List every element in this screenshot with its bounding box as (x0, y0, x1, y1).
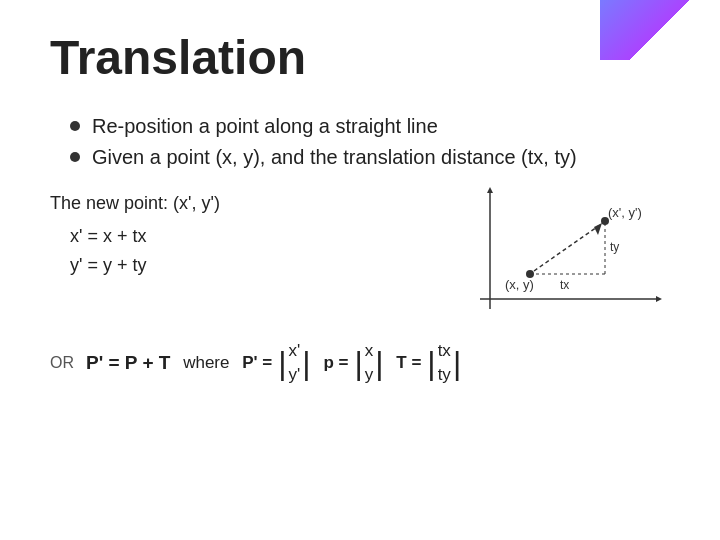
new-point-label: The new point: (x', y') (50, 189, 430, 218)
bullet-text-2: Given a point (x, y), and the translatio… (92, 146, 577, 169)
t-label: T = (396, 353, 421, 373)
bullet-dot-2 (70, 152, 80, 162)
svg-text:(x, y): (x, y) (505, 277, 534, 292)
svg-text:ty: ty (610, 240, 619, 254)
equation-2: y' = y + ty (70, 251, 430, 280)
bracket-left-3: | (427, 347, 435, 379)
content-area: The new point: (x', y') x' = x + tx y' =… (50, 189, 670, 319)
bullet-dot-1 (70, 121, 80, 131)
bracket-left-2: | (354, 347, 362, 379)
p-prime-col: x' y' (289, 339, 301, 387)
where-label: where (183, 353, 229, 373)
formula-lhs: P' = P + T (86, 352, 170, 374)
corner-decoration (600, 0, 720, 60)
p-col: x y (365, 339, 374, 387)
text-section: The new point: (x', y') x' = x + tx y' =… (50, 189, 430, 279)
diagram-svg: (x, y) (x', y') tx ty (450, 179, 670, 319)
bracket-right-3: | (453, 347, 461, 379)
t-bot: ty (438, 363, 451, 387)
svg-text:(x', y'): (x', y') (608, 205, 642, 220)
p-prime-matrix: | x' y' | (278, 339, 310, 387)
p-matrix: | x y | (354, 339, 383, 387)
p-label: p = (323, 353, 348, 373)
bracket-right-1: | (302, 347, 310, 379)
p-top: x (365, 339, 374, 363)
svg-text:tx: tx (560, 278, 569, 292)
p-prime-label: P' = (242, 353, 272, 373)
svg-marker-1 (487, 187, 493, 193)
bracket-left-1: | (278, 347, 286, 379)
bullet-list: Re-position a point along a straight lin… (70, 115, 670, 169)
p-bot: y (365, 363, 374, 387)
page-title: Translation (50, 30, 670, 85)
bullet-item-2: Given a point (x, y), and the translatio… (70, 146, 670, 169)
p-prime-bot: y' (289, 363, 301, 387)
bracket-right-2: | (375, 347, 383, 379)
svg-marker-3 (656, 296, 662, 302)
t-top: tx (438, 339, 451, 363)
or-label: OR (50, 354, 74, 372)
diagram: (x, y) (x', y') tx ty (450, 179, 670, 319)
bullet-text-1: Re-position a point along a straight lin… (92, 115, 438, 138)
p-prime-top: x' (289, 339, 301, 363)
svg-marker-9 (594, 223, 602, 235)
t-col: tx ty (438, 339, 451, 387)
formula-section: OR P' = P + T where P' = | x' y' | p = |… (50, 339, 670, 387)
bullet-item-1: Re-position a point along a straight lin… (70, 115, 670, 138)
svg-line-8 (534, 225, 600, 271)
equation-1: x' = x + tx (70, 222, 430, 251)
t-matrix: | tx ty | (427, 339, 461, 387)
